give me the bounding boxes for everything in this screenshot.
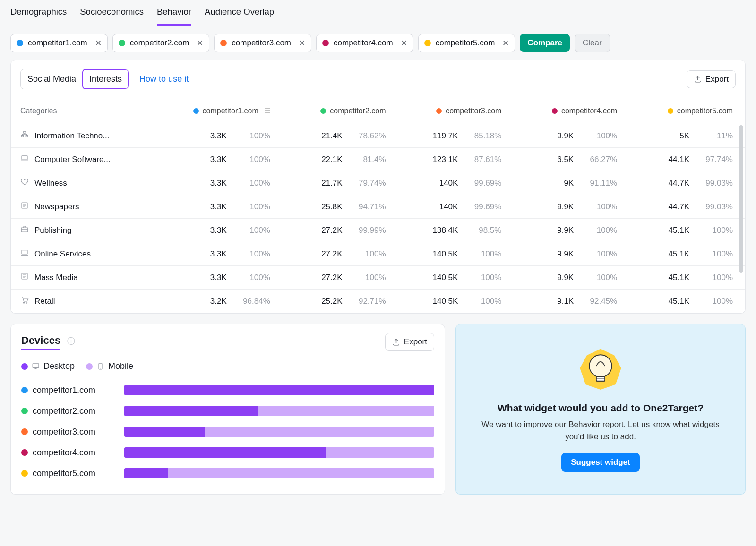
cell-percent: 85.18% xyxy=(469,131,501,141)
table-row[interactable]: Retail3.2K96.84%25.2K92.71%140.5K100%9.1… xyxy=(11,290,745,313)
dot-icon xyxy=(86,363,93,370)
dot-icon xyxy=(21,470,28,477)
bar-mobile-segment xyxy=(326,447,434,458)
table-row[interactable]: Wellness3.3K100%21.7K79.74%140K99.69%9K9… xyxy=(11,171,745,195)
table-cell: 27.2K100% xyxy=(273,249,389,259)
cell-value: 3.3K xyxy=(198,155,227,164)
th-competitor3[interactable]: competitor3.com xyxy=(389,107,505,115)
tab-demographics[interactable]: Demographics xyxy=(10,7,67,19)
cell-percent: 100% xyxy=(469,297,501,306)
remove-chip-icon[interactable]: ✕ xyxy=(499,38,509,48)
category-label: Information Techno... xyxy=(34,131,109,141)
th-competitor2[interactable]: competitor2.com xyxy=(273,107,389,115)
table-cell: 140.5K100% xyxy=(389,297,505,306)
suggest-widget-button[interactable]: Suggest widget xyxy=(561,453,640,472)
cell-value: 9K xyxy=(544,179,574,188)
devices-title: Devices xyxy=(21,334,60,350)
remove-chip-icon[interactable]: ✕ xyxy=(194,38,203,48)
table-row[interactable]: Mass Media3.3K100%27.2K100%140.5K100%9.9… xyxy=(11,266,745,290)
mobile-icon xyxy=(96,362,104,370)
table-cell: 119.7K85.18% xyxy=(389,131,505,141)
export-button[interactable]: Export xyxy=(687,70,736,88)
info-icon[interactable]: ⓘ xyxy=(67,337,75,346)
cell-value: 140K xyxy=(429,179,458,188)
competitor-chip[interactable]: competitor1.com ✕ xyxy=(10,34,108,52)
seg-interests[interactable]: Interests xyxy=(83,69,129,89)
interests-table: Categories competitor1.com☰ competitor2.… xyxy=(11,98,745,313)
svg-rect-3 xyxy=(22,156,27,160)
remove-chip-icon[interactable]: ✕ xyxy=(92,38,102,48)
category-label: Wellness xyxy=(34,179,67,188)
cell-value: 123.1K xyxy=(429,155,458,164)
cell-value: 3.3K xyxy=(198,273,227,282)
table-row[interactable]: Information Techno...3.3K100%21.4K78.62%… xyxy=(11,124,745,148)
how-to-use-link[interactable]: How to use it xyxy=(139,74,189,84)
cell-value: 27.2K xyxy=(313,249,343,259)
dot-icon xyxy=(193,108,199,114)
clear-button[interactable]: Clear xyxy=(575,34,610,52)
scrollbar[interactable] xyxy=(739,125,743,273)
dot-icon xyxy=(552,108,558,114)
competitor-chip[interactable]: competitor2.com ✕ xyxy=(112,34,210,52)
table-cell: 9K91.11% xyxy=(504,179,620,188)
cell-value: 6.5K xyxy=(544,155,574,164)
competitor-name: competitor1.com xyxy=(28,38,87,48)
table-cell: 9.9K100% xyxy=(504,131,620,141)
table-cell: 3.3K100% xyxy=(157,273,273,282)
category-cell: Mass Media xyxy=(20,272,157,283)
category-cell: Retail xyxy=(20,296,157,307)
suggest-widget-card: What widget would you add to One2Target?… xyxy=(455,324,746,495)
th-competitor4[interactable]: competitor4.com xyxy=(504,107,620,115)
svg-rect-0 xyxy=(24,131,26,133)
competitor-name: competitor5.com xyxy=(436,38,495,48)
table-cell: 25.2K92.71% xyxy=(273,297,389,306)
remove-chip-icon[interactable]: ✕ xyxy=(296,38,305,48)
table-row[interactable]: Computer Software...3.3K100%22.1K81.4%12… xyxy=(11,148,745,171)
category-cell: Wellness xyxy=(20,178,157,188)
th-categories[interactable]: Categories xyxy=(20,107,157,115)
table-cell: 123.1K87.61% xyxy=(389,155,505,164)
competitor-name: competitor4.com xyxy=(334,38,393,48)
cell-percent: 100% xyxy=(238,249,270,259)
export-label: Export xyxy=(705,75,729,84)
cell-value: 44.7K xyxy=(660,202,689,212)
table-row[interactable]: Newspapers3.3K100%25.8K94.71%140K99.69%9… xyxy=(11,195,745,219)
svg-rect-2 xyxy=(26,136,28,137)
cell-percent: 100% xyxy=(238,131,270,141)
cell-percent: 87.61% xyxy=(469,155,501,164)
th-competitor5[interactable]: competitor5.com xyxy=(620,107,736,115)
cell-percent: 91.11% xyxy=(585,179,617,188)
competitor-name: competitor2.com xyxy=(130,38,189,48)
dot-icon xyxy=(21,449,28,456)
dot-icon xyxy=(21,387,28,393)
table-row[interactable]: Publishing3.3K100%27.2K99.99%138.4K98.5%… xyxy=(11,219,745,242)
table-cell: 45.1K100% xyxy=(620,297,736,306)
cell-percent: 100% xyxy=(354,249,386,259)
competitor-chip[interactable]: competitor4.com ✕ xyxy=(316,34,413,52)
bar-desktop-segment xyxy=(124,406,258,416)
devices-legend: Desktop Mobile xyxy=(21,361,434,371)
cell-value: 45.1K xyxy=(660,297,689,306)
seg-social-media[interactable]: Social Media xyxy=(21,69,83,89)
cell-value: 25.2K xyxy=(313,297,343,306)
table-row[interactable]: Online Services3.3K100%27.2K100%140.5K10… xyxy=(11,242,745,266)
compare-button[interactable]: Compare xyxy=(520,34,570,52)
svg-rect-5 xyxy=(21,228,28,232)
dot-icon xyxy=(436,108,442,114)
device-row-label: competitor4.com xyxy=(21,448,116,458)
remove-chip-icon[interactable]: ✕ xyxy=(398,38,407,48)
device-row-label: competitor5.com xyxy=(21,469,116,478)
competitor-chip[interactable]: competitor5.com ✕ xyxy=(418,34,515,52)
tab-socioeconomics[interactable]: Socioeconomics xyxy=(80,7,144,19)
competitor-chip[interactable]: competitor3.com ✕ xyxy=(214,34,311,52)
tab-audience-overlap[interactable]: Audience Overlap xyxy=(205,7,274,19)
cell-percent: 100% xyxy=(238,226,270,235)
category-label: Computer Software... xyxy=(34,155,111,164)
table-cell: 140.5K100% xyxy=(389,273,505,282)
category-label: Retail xyxy=(34,297,55,306)
table-cell: 140K99.69% xyxy=(389,179,505,188)
tab-behavior[interactable]: Behavior xyxy=(157,7,191,19)
devices-export-button[interactable]: Export xyxy=(385,333,434,351)
sort-desc-icon[interactable]: ☰ xyxy=(264,107,270,115)
th-competitor1[interactable]: competitor1.com☰ xyxy=(157,107,273,115)
